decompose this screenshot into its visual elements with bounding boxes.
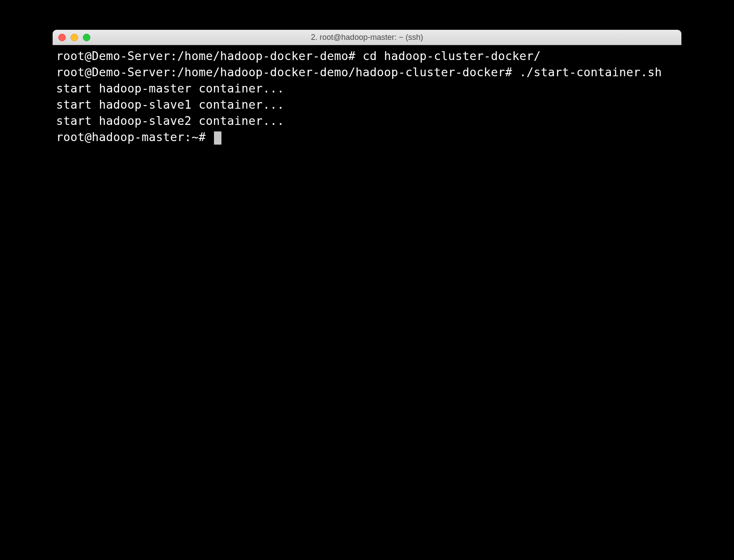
maximize-icon[interactable] <box>83 34 90 41</box>
terminal-line: root@Demo-Server:/home/hadoop-docker-dem… <box>56 48 678 64</box>
terminal-body[interactable]: root@Demo-Server:/home/hadoop-docker-dem… <box>53 45 681 545</box>
terminal-prompt: root@hadoop-master:~# <box>56 130 213 144</box>
terminal-line: root@Demo-Server:/home/hadoop-docker-dem… <box>56 64 678 80</box>
terminal-line: start hadoop-master container... <box>56 80 678 96</box>
terminal-window: 2. root@hadoop-master: ~ (ssh) root@Demo… <box>53 30 681 545</box>
traffic-lights <box>53 34 90 41</box>
terminal-line: start hadoop-slave1 container... <box>56 96 678 113</box>
terminal-line: start hadoop-slave2 container... <box>56 113 678 129</box>
terminal-prompt-line: root@hadoop-master:~# <box>56 129 678 145</box>
minimize-icon[interactable] <box>71 34 78 41</box>
close-icon[interactable] <box>58 34 66 41</box>
window-titlebar: 2. root@hadoop-master: ~ (ssh) <box>53 30 681 45</box>
window-title: 2. root@hadoop-master: ~ (ssh) <box>53 33 681 42</box>
cursor-icon <box>214 131 221 145</box>
